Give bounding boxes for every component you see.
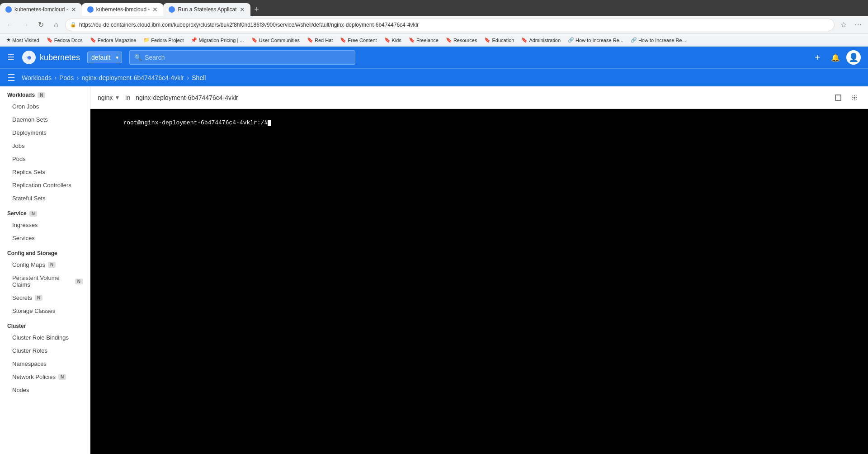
bookmark-user-communities[interactable]: 🔖 User Communities bbox=[249, 36, 302, 44]
bookmark-label-how-to-2: How to Increase Re... bbox=[638, 38, 686, 43]
bookmark-red-hat[interactable]: 🔖 Red Hat bbox=[304, 36, 335, 44]
tab-favicon-3 bbox=[169, 6, 175, 13]
bookmark-icon-free-content: 🔖 bbox=[340, 37, 346, 43]
bookmark-kids[interactable]: 🔖 Kids bbox=[382, 36, 404, 44]
shell-action-btn-1[interactable] bbox=[832, 91, 844, 104]
sidebar-item-config-maps[interactable]: Config Maps N bbox=[0, 258, 90, 271]
sidebar-item-services[interactable]: Services bbox=[0, 232, 90, 245]
bookmark-migration[interactable]: 📌 Migration Pricing | ... bbox=[188, 36, 246, 44]
tab-favicon-1 bbox=[5, 6, 12, 13]
tab-favicon-2 bbox=[87, 6, 94, 13]
tab-title-3: Run a Stateless Applicat bbox=[178, 6, 236, 13]
bookmark-label-fedora-magazine: Fedora Magazine bbox=[98, 38, 137, 43]
new-tab-button[interactable]: + bbox=[250, 3, 263, 16]
bookmark-label-free-content: Free Content bbox=[348, 38, 377, 43]
search-icon: 🔍 bbox=[134, 54, 142, 61]
home-button[interactable]: ⌂ bbox=[50, 19, 62, 31]
extensions-button[interactable]: ⋯ bbox=[852, 19, 864, 31]
add-button[interactable]: + bbox=[810, 50, 825, 65]
bookmark-label-user-communities: User Communities bbox=[259, 38, 300, 43]
bookmark-freelance[interactable]: 🔖 Freelance bbox=[406, 36, 441, 44]
sidebar-badge-config-maps: N bbox=[48, 262, 56, 268]
tab-close-1[interactable]: ✕ bbox=[71, 6, 76, 13]
bookmarks-button[interactable]: ☆ bbox=[837, 19, 850, 31]
app-logo: ⎈ kubernetes bbox=[22, 50, 80, 65]
address-bar[interactable]: 🔒 https://eu-de.containers.cloud.ibm.com… bbox=[65, 19, 835, 31]
breadcrumb-pod-name[interactable]: nginx-deployment-6b474476c4-4vklr bbox=[81, 74, 184, 81]
bookmark-resources[interactable]: 🔖 Resources bbox=[443, 36, 480, 44]
search-input[interactable] bbox=[145, 54, 350, 61]
bookmark-icon-fedora-project: 📁 bbox=[143, 37, 150, 43]
svg-point-3 bbox=[854, 97, 855, 99]
bookmark-fedora-magazine[interactable]: 🔖 Fedora Magazine bbox=[87, 36, 139, 44]
bookmark-how-to-1[interactable]: 🔗 How to Increase Re... bbox=[565, 36, 626, 44]
browser-tab-2[interactable]: kubernetes-ibmcloud - ✕ bbox=[82, 3, 164, 16]
sidebar-item-cron-jobs[interactable]: Cron Jobs bbox=[0, 100, 90, 113]
bookmark-icon-education: 🔖 bbox=[484, 37, 491, 43]
sidebar-item-namespaces[interactable]: Namespaces bbox=[0, 357, 90, 370]
breadcrumb-pods[interactable]: Pods bbox=[59, 74, 74, 81]
avatar-icon: 👤 bbox=[849, 52, 859, 62]
bookmark-how-to-2[interactable]: 🔗 How to Increase Re... bbox=[628, 36, 689, 44]
bookmark-label-red-hat: Red Hat bbox=[315, 38, 333, 43]
namespace-selector[interactable]: default bbox=[87, 52, 122, 63]
bookmark-label-most-visited: Most Visited bbox=[12, 38, 39, 43]
sidebar-item-deployments[interactable]: Deployments bbox=[0, 126, 90, 139]
sidebar-badge-workloads: N bbox=[38, 92, 45, 98]
bookmark-fedora-docs[interactable]: 🔖 Fedora Docs bbox=[44, 36, 85, 44]
bookmark-fedora-project[interactable]: 📁 Fedora Project bbox=[141, 36, 186, 44]
bookmark-label-freelance: Freelance bbox=[416, 38, 439, 43]
terminal[interactable]: root@nginx-deployment-6b474476c4-4vklr:/… bbox=[90, 109, 868, 454]
shell-container-select[interactable]: nginx ▼ bbox=[98, 94, 120, 101]
kubernetes-logo: ⎈ bbox=[22, 50, 36, 65]
bookmark-free-content[interactable]: 🔖 Free Content bbox=[337, 36, 379, 44]
reload-button[interactable]: ↻ bbox=[34, 19, 47, 31]
sidebar-item-replication-controllers[interactable]: Replication Controllers bbox=[0, 179, 90, 192]
sidebar-item-ingresses[interactable]: Ingresses bbox=[0, 218, 90, 232]
header-actions: + 🔔 👤 bbox=[810, 50, 861, 65]
shell-dropdown-arrow-icon: ▼ bbox=[114, 95, 120, 101]
browser-tab-3[interactable]: Run a Stateless Applicat ✕ bbox=[163, 3, 250, 16]
tab-title-2: kubernetes-ibmcloud - bbox=[96, 6, 150, 13]
shell-container-name: nginx bbox=[98, 94, 113, 101]
sidebar-item-nodes[interactable]: Nodes bbox=[0, 383, 90, 397]
sidebar-item-network-policies[interactable]: Network Policies N bbox=[0, 370, 90, 383]
content-area: nginx ▼ in nginx-deployment-6b474476c4-4… bbox=[90, 86, 868, 454]
sidebar-item-secrets[interactable]: Secrets N bbox=[0, 291, 90, 304]
bookmark-education[interactable]: 🔖 Education bbox=[481, 36, 517, 44]
sidebar-item-storage-classes[interactable]: Storage Classes bbox=[0, 304, 90, 317]
hamburger-menu[interactable]: ☰ bbox=[7, 52, 14, 62]
user-avatar[interactable]: 👤 bbox=[846, 50, 861, 65]
back-button[interactable]: ← bbox=[4, 19, 16, 31]
tab-close-3[interactable]: ✕ bbox=[240, 6, 245, 13]
sidebar-item-cluster-role-bindings[interactable]: Cluster Role Bindings bbox=[0, 331, 90, 344]
bookmark-administration[interactable]: 🔖 Administration bbox=[519, 36, 563, 44]
sidebar-item-replica-sets[interactable]: Replica Sets bbox=[0, 166, 90, 179]
tab-close-2[interactable]: ✕ bbox=[152, 6, 158, 13]
breadcrumb-workloads[interactable]: Workloads bbox=[22, 74, 52, 81]
sidebar-item-daemon-sets[interactable]: Daemon Sets bbox=[0, 113, 90, 126]
breadcrumb-bar: ☰ Workloads › Pods › nginx-deployment-6b… bbox=[0, 68, 868, 86]
bookmarks-bar: ★ Most Visited 🔖 Fedora Docs 🔖 Fedora Ma… bbox=[0, 34, 868, 47]
search-bar[interactable]: 🔍 bbox=[129, 50, 355, 65]
sidebar-section-config-storage: Config and Storage bbox=[0, 245, 90, 258]
sidebar-badge-secrets: N bbox=[35, 295, 42, 301]
sidebar-item-cluster-roles[interactable]: Cluster Roles bbox=[0, 344, 90, 357]
sidebar-section-title-cluster: Cluster bbox=[7, 323, 26, 329]
notifications-button[interactable]: 🔔 bbox=[828, 50, 843, 65]
sidebar-section-title-workloads: Workloads bbox=[7, 92, 35, 98]
shell-action-btn-2[interactable] bbox=[848, 91, 861, 104]
sidebar-item-stateful-sets[interactable]: Stateful Sets bbox=[0, 192, 90, 205]
sidebar-item-pods[interactable]: Pods bbox=[0, 152, 90, 166]
sidebar-section-workloads: Workloads N bbox=[0, 86, 90, 100]
browser-tab-1[interactable]: kubernetes-ibmcloud - ✕ bbox=[0, 3, 82, 16]
sidebar-item-persistent-volume-claims[interactable]: Persistent Volume Claims N bbox=[0, 271, 90, 291]
bookmark-most-visited[interactable]: ★ Most Visited bbox=[4, 36, 42, 44]
forward-button[interactable]: → bbox=[19, 19, 32, 31]
sidebar-item-jobs[interactable]: Jobs bbox=[0, 139, 90, 152]
bookmark-icon-how-to-2: 🔗 bbox=[631, 37, 637, 43]
bookmark-icon-migration: 📌 bbox=[191, 37, 197, 43]
breadcrumb-sep-3: › bbox=[187, 74, 189, 82]
sidebar-section-title-service: Service bbox=[7, 210, 27, 217]
breadcrumb-menu-icon[interactable]: ☰ bbox=[7, 72, 15, 83]
